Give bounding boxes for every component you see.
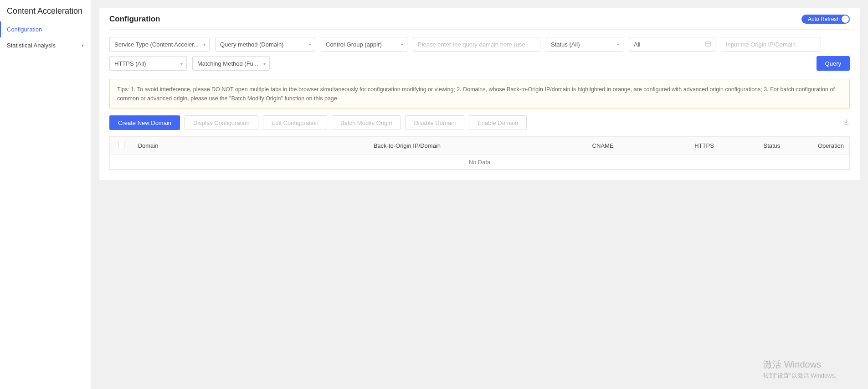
table-empty: No Data: [110, 155, 849, 170]
chevron-down-icon: ▾: [180, 61, 183, 66]
auto-refresh-toggle[interactable]: Auto Refresh: [801, 15, 850, 24]
calendar-icon: [705, 41, 711, 48]
sidebar-item-label: Statistical Analysis: [7, 42, 56, 49]
select-all-column: [110, 142, 133, 150]
enable-domain-button[interactable]: Enable Domain: [469, 115, 527, 130]
https-select[interactable]: HTTPS (All) ▾: [109, 56, 187, 71]
date-picker[interactable]: [629, 37, 715, 52]
edit-configuration-button[interactable]: Edit Configuration: [263, 115, 327, 130]
download-icon[interactable]: [842, 118, 850, 127]
query-method-select[interactable]: Query method (Domain) ▾: [215, 37, 315, 52]
table-header: Domain Back-to-Origin IP/Domain CNAME HT…: [110, 137, 849, 155]
query-button[interactable]: Query: [817, 56, 850, 71]
panel-header: Configuration Auto Refresh: [109, 8, 850, 30]
disable-domain-button[interactable]: Disable Domain: [405, 115, 464, 130]
sidebar-item-label: Configuration: [7, 26, 42, 33]
tips-banner: Tips: 1. To avoid interference, please D…: [109, 79, 850, 109]
chevron-down-icon: ▾: [401, 42, 403, 47]
column-https: HTTPS: [677, 142, 731, 149]
auto-refresh-label: Auto Refresh: [808, 16, 840, 22]
column-domain: Domain: [133, 142, 286, 149]
display-configuration-button[interactable]: Display Configuration: [185, 115, 258, 130]
chevron-down-icon: ▾: [309, 42, 311, 47]
control-group-select[interactable]: Control Group (applr) ▾: [321, 37, 407, 52]
chevron-down-icon: ▾: [203, 42, 205, 47]
configuration-panel: Configuration Auto Refresh Service Type …: [99, 8, 860, 180]
chevron-down-icon: ▾: [263, 61, 266, 66]
query-domain-input[interactable]: [413, 37, 540, 52]
toggle-knob: [842, 16, 849, 23]
svg-rect-0: [706, 42, 711, 46]
main-content: Configuration Auto Refresh Service Type …: [91, 0, 868, 389]
filter-row-1: Service Type (Content Acceler... ▾ Query…: [109, 30, 850, 52]
filter-row-2: HTTPS (All) ▾ Matching Method (Fu... ▾ Q…: [109, 52, 850, 71]
batch-modify-origin-button[interactable]: Batch Modify Origin: [332, 115, 401, 130]
chevron-down-icon: ▾: [82, 43, 84, 48]
action-row: Create New Domain Display Configuration …: [109, 115, 850, 130]
page-title: Configuration: [109, 15, 160, 24]
select-all-checkbox[interactable]: [118, 142, 124, 148]
service-type-select[interactable]: Service Type (Content Acceler... ▾: [109, 37, 210, 52]
column-status: Status: [731, 142, 812, 149]
sidebar-item-statistical-analysis[interactable]: Statistical Analysis ▾: [0, 37, 91, 53]
domain-table: Domain Back-to-Origin IP/Domain CNAME HT…: [109, 136, 850, 170]
column-back-origin: Back-to-Origin IP/Domain: [286, 142, 529, 149]
sidebar-title: Content Acceleration: [0, 0, 91, 21]
matching-method-select[interactable]: Matching Method (Fu... ▾: [192, 56, 270, 71]
sidebar: Content Acceleration Configuration Stati…: [0, 0, 91, 389]
status-select[interactable]: Status (All) ▾: [546, 37, 623, 52]
origin-ip-input[interactable]: [721, 37, 821, 52]
create-new-domain-button[interactable]: Create New Domain: [109, 115, 180, 130]
column-cname: CNAME: [529, 142, 677, 149]
chevron-down-icon: ▾: [617, 42, 619, 47]
sidebar-item-configuration[interactable]: Configuration: [0, 21, 91, 37]
column-operation: Operation: [812, 142, 849, 149]
